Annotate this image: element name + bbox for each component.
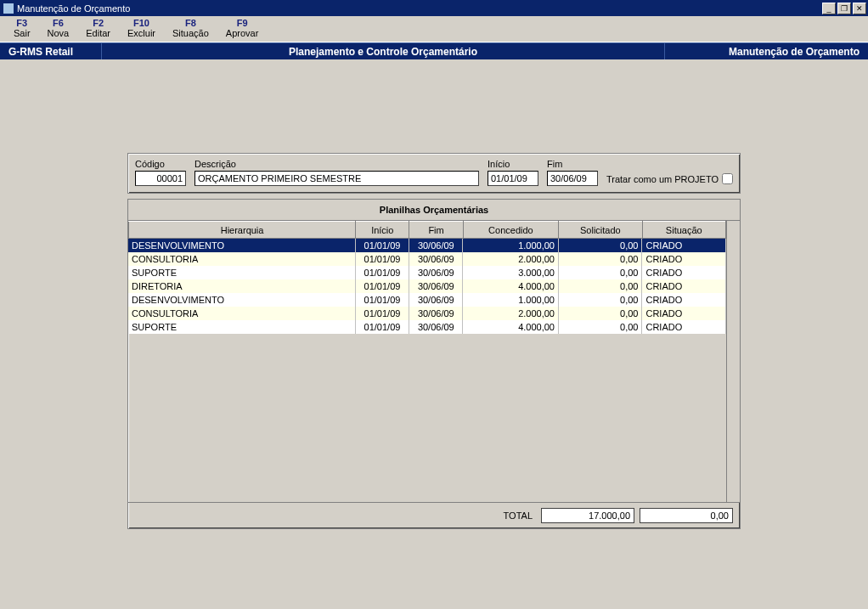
total-solicitado: 0,00 bbox=[640, 508, 733, 523]
cell-inicio: 01/01/09 bbox=[355, 307, 409, 320]
cell-hierarquia: SUPORTE bbox=[128, 320, 355, 334]
cell-concedido: 2.000,00 bbox=[463, 307, 559, 320]
cell-situacao: CRIADO bbox=[642, 320, 726, 334]
cell-solicitado: 0,00 bbox=[559, 266, 642, 279]
descricao-label: Descrição bbox=[194, 159, 479, 169]
cell-hierarquia: DESENVOLVIMENTO bbox=[128, 293, 355, 307]
cell-hierarquia: CONSULTORIA bbox=[128, 252, 355, 266]
cell-situacao: CRIADO bbox=[642, 307, 726, 320]
close-button[interactable]: ✕ bbox=[853, 3, 866, 14]
cell-concedido: 3.000,00 bbox=[463, 266, 559, 279]
menu-key: F10 bbox=[127, 18, 155, 28]
cell-situacao: CRIADO bbox=[642, 279, 726, 293]
menu-label: Nova bbox=[48, 28, 70, 38]
codigo-label: Código bbox=[135, 159, 186, 169]
table-row[interactable]: DESENVOLVIMENTO01/01/0930/06/091.000,000… bbox=[128, 239, 726, 252]
projeto-checkbox[interactable] bbox=[722, 173, 733, 184]
menu-editar[interactable]: F2 Editar bbox=[77, 18, 119, 38]
menu-aprovar[interactable]: F9 Aprovar bbox=[217, 18, 268, 38]
menu-key: F6 bbox=[48, 18, 70, 28]
table-header-row: Hierarquia Início Fim Concedido Solicita… bbox=[129, 222, 726, 239]
menu-key: F9 bbox=[226, 18, 259, 28]
cell-inicio: 01/01/09 bbox=[355, 266, 409, 279]
menu-label: Aprovar bbox=[226, 28, 259, 38]
cell-concedido: 2.000,00 bbox=[463, 252, 559, 266]
minimize-button[interactable]: _ bbox=[822, 3, 836, 14]
budget-table-body[interactable]: DESENVOLVIMENTO01/01/0930/06/091.000,000… bbox=[128, 239, 726, 334]
table-row[interactable]: DESENVOLVIMENTO01/01/0930/06/091.000,000… bbox=[128, 293, 726, 307]
menu-nova[interactable]: F6 Nova bbox=[39, 18, 78, 38]
col-fim[interactable]: Fim bbox=[409, 222, 463, 239]
menu-key: F2 bbox=[86, 18, 110, 28]
col-hierarquia[interactable]: Hierarquia bbox=[129, 222, 356, 239]
app-icon bbox=[3, 3, 14, 14]
table-row[interactable]: DIRETORIA01/01/0930/06/094.000,000,00CRI… bbox=[128, 279, 726, 293]
menu-excluir[interactable]: F10 Excluir bbox=[119, 18, 164, 38]
cell-solicitado: 0,00 bbox=[559, 307, 642, 320]
cell-hierarquia: DESENVOLVIMENTO bbox=[128, 239, 355, 252]
cell-inicio: 01/01/09 bbox=[355, 293, 409, 307]
fim-label: Fim bbox=[547, 159, 598, 169]
col-situacao[interactable]: Situação bbox=[642, 222, 725, 239]
projeto-label: Tratar como um PROJETO bbox=[606, 174, 719, 184]
table-row[interactable]: SUPORTE01/01/0930/06/094.000,000,00CRIAD… bbox=[128, 320, 726, 334]
table-row[interactable]: CONSULTORIA01/01/0930/06/092.000,000,00C… bbox=[128, 307, 726, 320]
cell-situacao: CRIADO bbox=[642, 293, 726, 307]
budget-header-panel: Código Descrição Início Fim Tratar como … bbox=[127, 153, 741, 194]
table-row[interactable]: CONSULTORIA01/01/0930/06/092.000,000,00C… bbox=[128, 252, 726, 266]
menubar: F3 Sair F6 Nova F2 Editar F10 Excluir F8… bbox=[0, 16, 868, 42]
cell-solicitado: 0,00 bbox=[559, 252, 642, 266]
total-row: TOTAL 17.000,00 0,00 bbox=[128, 502, 740, 528]
grid-body: DESENVOLVIMENTO01/01/0930/06/091.000,000… bbox=[128, 239, 726, 502]
inicio-input[interactable] bbox=[488, 171, 538, 186]
cell-fim: 30/06/09 bbox=[409, 320, 463, 334]
menu-label: Editar bbox=[86, 28, 110, 38]
cell-solicitado: 0,00 bbox=[559, 279, 642, 293]
grid-title: Planilhas Orçamentárias bbox=[128, 200, 740, 221]
cell-situacao: CRIADO bbox=[642, 252, 726, 266]
cell-concedido: 1.000,00 bbox=[463, 293, 559, 307]
inicio-label: Início bbox=[488, 159, 538, 169]
codigo-field-wrap: Código bbox=[135, 159, 186, 186]
cell-inicio: 01/01/09 bbox=[355, 239, 409, 252]
cell-hierarquia: CONSULTORIA bbox=[128, 307, 355, 320]
cell-solicitado: 0,00 bbox=[559, 239, 642, 252]
vertical-scrollbar[interactable] bbox=[726, 221, 740, 502]
menu-sair[interactable]: F3 Sair bbox=[5, 18, 39, 38]
cell-solicitado: 0,00 bbox=[559, 320, 642, 334]
cell-concedido: 4.000,00 bbox=[463, 320, 559, 334]
col-concedido[interactable]: Concedido bbox=[463, 222, 558, 239]
menu-label: Situação bbox=[172, 28, 209, 38]
menu-label: Sair bbox=[14, 28, 31, 38]
cell-concedido: 4.000,00 bbox=[463, 279, 559, 293]
spreadsheet-panel: Planilhas Orçamentárias Hierarquia bbox=[127, 199, 741, 529]
cell-solicitado: 0,00 bbox=[559, 293, 642, 307]
col-inicio[interactable]: Início bbox=[356, 222, 409, 239]
cell-inicio: 01/01/09 bbox=[355, 252, 409, 266]
cell-inicio: 01/01/09 bbox=[355, 320, 409, 334]
menu-situacao[interactable]: F8 Situação bbox=[164, 18, 217, 38]
app-name: G-RMS Retail bbox=[0, 43, 102, 59]
total-concedido: 17.000,00 bbox=[541, 508, 634, 523]
screen-title: Manutenção de Orçamento bbox=[664, 43, 868, 59]
fim-field-wrap: Fim bbox=[547, 159, 598, 186]
budget-table[interactable]: Hierarquia Início Fim Concedido Solicita… bbox=[128, 221, 726, 239]
descricao-field-wrap: Descrição bbox=[194, 159, 479, 186]
cell-hierarquia: SUPORTE bbox=[128, 266, 355, 279]
window-titlebar: Manutenção de Orçamento _ ❐ ✕ bbox=[0, 0, 868, 16]
col-solicitado[interactable]: Solicitado bbox=[559, 222, 642, 239]
codigo-input[interactable] bbox=[135, 171, 186, 186]
projeto-checkbox-wrap: Tratar como um PROJETO bbox=[606, 173, 733, 186]
cell-fim: 30/06/09 bbox=[409, 293, 463, 307]
menu-key: F3 bbox=[14, 18, 31, 28]
section-header: G-RMS Retail Planejamento e Controle Orç… bbox=[0, 42, 868, 59]
menu-key: F8 bbox=[172, 18, 209, 28]
descricao-input[interactable] bbox=[194, 171, 479, 186]
cell-concedido: 1.000,00 bbox=[463, 239, 559, 252]
table-row[interactable]: SUPORTE01/01/0930/06/093.000,000,00CRIAD… bbox=[128, 266, 726, 279]
cell-hierarquia: DIRETORIA bbox=[128, 279, 355, 293]
fim-input[interactable] bbox=[547, 171, 598, 186]
module-title: Planejamento e Controle Orçamentário bbox=[102, 46, 664, 58]
cell-fim: 30/06/09 bbox=[409, 307, 463, 320]
maximize-button[interactable]: ❐ bbox=[837, 3, 851, 14]
